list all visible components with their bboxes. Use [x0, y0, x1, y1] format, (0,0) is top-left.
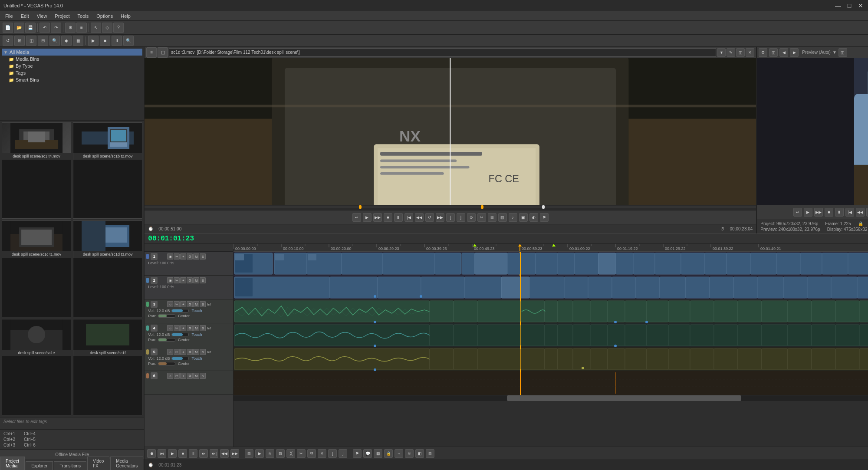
track6-add[interactable]: +: [180, 373, 186, 379]
tl-next-btn[interactable]: ⏭: [199, 449, 208, 458]
tl-flag-btn[interactable]: ⚑: [353, 449, 362, 458]
src-next-clip[interactable]: ▶▶: [436, 213, 444, 222]
rp-mode-btn[interactable]: ◫: [838, 48, 847, 57]
region-btn[interactable]: ▦: [73, 36, 83, 46]
track2-mute[interactable]: ◉: [167, 277, 173, 283]
track1-S[interactable]: S: [200, 253, 206, 260]
src-stop[interactable]: ■: [384, 213, 392, 222]
snap2-btn[interactable]: ◫: [26, 36, 36, 46]
track4-add[interactable]: +: [180, 325, 186, 331]
media-clip-4[interactable]: desk spill scene/sc1d t3.mov: [73, 220, 142, 317]
tab-project-media[interactable]: Project Media: [0, 457, 25, 470]
tl-ripple[interactable]: ≋: [266, 449, 274, 458]
tl-del[interactable]: ✕: [318, 449, 326, 458]
track1-mute[interactable]: ◉: [167, 253, 173, 260]
tl-pause-btn[interactable]: ⏸: [189, 449, 197, 458]
tl-play-btn[interactable]: ▶: [168, 449, 177, 458]
rp-nav-next[interactable]: ▶: [790, 48, 799, 57]
src-split[interactable]: ✂: [477, 213, 486, 222]
maximize-btn[interactable]: □: [845, 2, 853, 10]
rp-rewind[interactable]: |◀: [845, 208, 854, 217]
src-overlay[interactable]: ▥: [498, 213, 507, 222]
track2-solo[interactable]: ✂: [174, 277, 180, 283]
tab-video-fx[interactable]: Video FX: [87, 457, 109, 470]
source-close-btn[interactable]: ✕: [746, 48, 754, 57]
timeline-tracks[interactable]: 00:00:00:00 00:00:10:00 00:00:20:00 00:0…: [233, 244, 868, 447]
preview-dropdown[interactable]: ▼: [832, 50, 837, 55]
track3-pan-fader[interactable]: [158, 314, 175, 318]
rp-loop[interactable]: ↺: [866, 208, 868, 217]
envelope-tool[interactable]: ◇: [102, 23, 112, 33]
track5-pan-fader[interactable]: [158, 362, 175, 365]
open-btn[interactable]: 📂: [14, 23, 24, 33]
track3-S[interactable]: S: [200, 301, 206, 307]
tl-stop-btn[interactable]: ■: [178, 449, 187, 458]
rp-settings-btn[interactable]: ⚙: [759, 48, 767, 57]
tl-xfade[interactable]: ╳: [286, 449, 295, 458]
tl-lock-btn[interactable]: 🔒: [384, 449, 393, 458]
menu-view[interactable]: View: [33, 13, 51, 20]
track4-fader[interactable]: [171, 333, 189, 336]
rp-play[interactable]: ▶: [804, 208, 812, 217]
source-path-dropdown[interactable]: ▼: [717, 48, 726, 57]
track5-fader[interactable]: [171, 357, 189, 360]
tl-end-btn[interactable]: ⏭|: [210, 449, 218, 458]
track4-env[interactable]: ✂: [174, 325, 180, 331]
track4-S[interactable]: S: [200, 325, 206, 331]
src-mark-out[interactable]: ]: [457, 213, 465, 222]
timeline-horizontal-scrollbar[interactable]: [233, 395, 868, 401]
track5-mute[interactable]: ○: [167, 349, 173, 355]
close-btn[interactable]: ✕: [857, 2, 865, 10]
tl-region[interactable]: ▦: [374, 449, 382, 458]
track4-expand[interactable]: ⚙: [187, 325, 193, 331]
track3-M[interactable]: M: [193, 301, 199, 307]
media-clip-5[interactable]: desk spill scene/sc1e: [2, 319, 71, 415]
media-clip-1[interactable]: desk spill scene/sc1 t4.mov: [2, 122, 71, 219]
track3-expand[interactable]: ⚙: [187, 301, 193, 307]
track4-pan-fader[interactable]: [158, 338, 175, 342]
src-prev-clip[interactable]: ◀◀: [415, 213, 424, 222]
scrubber-playhead[interactable]: [542, 205, 545, 209]
track2-S[interactable]: S: [200, 277, 206, 283]
tl-record-btn[interactable]: ⏺: [147, 449, 156, 458]
track6-env[interactable]: ✂: [174, 373, 180, 379]
tl-rev-btn[interactable]: ◀◀: [220, 449, 229, 458]
menu-options[interactable]: Options: [93, 13, 116, 20]
src-video-btn[interactable]: ▣: [519, 213, 528, 222]
tl-cut[interactable]: ✂: [297, 449, 306, 458]
src-rewind-start[interactable]: |◀: [404, 213, 413, 222]
tree-all-media[interactable]: ▼ All Media: [2, 49, 142, 56]
track6-expand[interactable]: ⚙: [187, 373, 193, 379]
cursor-tool[interactable]: ↖: [91, 23, 101, 33]
scrubber-in-marker[interactable]: [359, 205, 362, 209]
tab-media-generators[interactable]: Media Generators: [110, 457, 143, 470]
menu-tools[interactable]: Tools: [74, 13, 92, 20]
tl-mark-in[interactable]: [: [328, 449, 337, 458]
new-btn[interactable]: 📄: [3, 23, 13, 33]
source-menu-btn[interactable]: ≡: [146, 47, 157, 58]
tl-copy[interactable]: ⧉: [307, 449, 316, 458]
tl-ripple2[interactable]: ≋: [405, 449, 414, 458]
tree-by-type[interactable]: 📁 By Type: [2, 62, 142, 69]
src-insert[interactable]: ⊞: [488, 213, 496, 222]
track5-expand[interactable]: ⚙: [187, 349, 193, 355]
source-clip-btn[interactable]: ◫: [158, 47, 168, 58]
tree-tags[interactable]: 📁 Tags: [2, 69, 142, 76]
src-loop[interactable]: ↺: [425, 213, 434, 222]
tl-auto-mode[interactable]: ▶: [255, 449, 264, 458]
scrubber-out-marker[interactable]: [481, 205, 483, 209]
track6-mute[interactable]: ○: [167, 373, 173, 379]
tl-insert-mode[interactable]: ⊞: [245, 449, 253, 458]
src-jog-wheel[interactable]: ⊙: [467, 213, 476, 222]
source-clip2-btn[interactable]: ◫: [736, 48, 745, 57]
track3-mute[interactable]: ○: [167, 301, 173, 307]
track1-expand[interactable]: ⚙: [187, 253, 193, 260]
media-clip-2[interactable]: desk spill scene/sc1b t2.mov: [73, 122, 142, 219]
tl-xfade2[interactable]: ◧: [415, 449, 424, 458]
pause-btn[interactable]: ⏸: [112, 36, 122, 46]
stop-btn[interactable]: ■: [100, 36, 110, 46]
help-btn[interactable]: ?: [113, 23, 124, 33]
track5-M[interactable]: M: [193, 349, 199, 355]
menu-file[interactable]: File: [2, 13, 16, 20]
redo-btn[interactable]: ↷: [51, 23, 61, 33]
